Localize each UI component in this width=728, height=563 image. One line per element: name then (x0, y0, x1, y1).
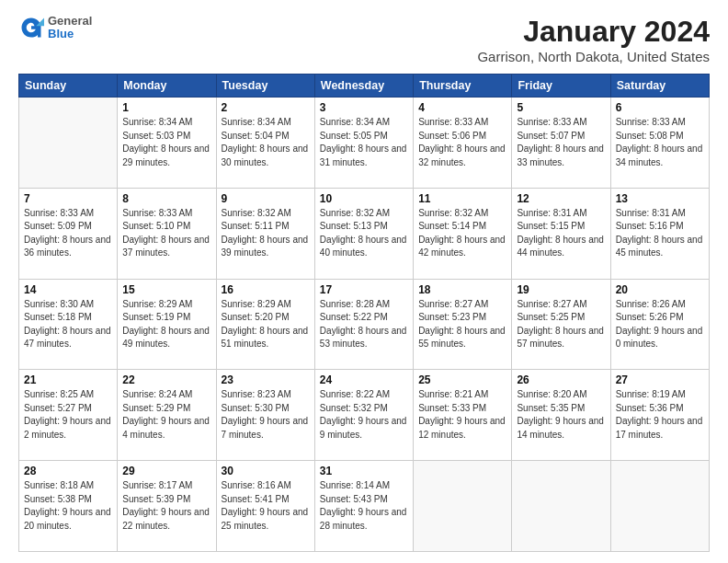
title-month: January 2024 (477, 15, 710, 49)
calendar-cell: 10Sunrise: 8:32 AMSunset: 5:13 PMDayligh… (314, 188, 413, 279)
day-info: Sunrise: 8:32 AMSunset: 5:11 PMDaylight:… (222, 207, 310, 260)
day-number: 21 (24, 373, 112, 386)
calendar-cell: 17Sunrise: 8:28 AMSunset: 5:22 PMDayligh… (314, 279, 413, 370)
calendar-cell: 31Sunrise: 8:14 AMSunset: 5:43 PMDayligh… (314, 461, 413, 552)
day-info: Sunrise: 8:31 AMSunset: 5:15 PMDaylight:… (517, 207, 605, 260)
day-number: 25 (418, 373, 506, 386)
calendar-cell: 6Sunrise: 8:33 AMSunset: 5:08 PMDaylight… (610, 98, 709, 189)
calendar-table: Sunday Monday Tuesday Wednesday Thursday… (18, 74, 710, 552)
col-tuesday: Tuesday (216, 75, 314, 98)
day-number: 2 (222, 101, 310, 114)
calendar-header-row: Sunday Monday Tuesday Wednesday Thursday… (19, 75, 710, 98)
day-number: 4 (418, 101, 506, 114)
title-block: January 2024 Garrison, North Dakota, Uni… (477, 15, 710, 64)
day-info: Sunrise: 8:29 AMSunset: 5:20 PMDaylight:… (222, 298, 310, 351)
day-number: 31 (320, 465, 408, 477)
calendar-cell: 5Sunrise: 8:33 AMSunset: 5:07 PMDaylight… (512, 98, 610, 189)
day-number: 20 (616, 283, 704, 296)
day-number: 24 (320, 373, 408, 386)
day-info: Sunrise: 8:32 AMSunset: 5:14 PMDaylight:… (418, 207, 506, 260)
day-number: 11 (418, 192, 506, 205)
calendar-cell: 4Sunrise: 8:33 AMSunset: 5:06 PMDaylight… (414, 98, 512, 189)
day-number: 30 (222, 465, 310, 477)
day-info: Sunrise: 8:20 AMSunset: 5:35 PMDaylight:… (517, 388, 605, 442)
day-info: Sunrise: 8:23 AMSunset: 5:30 PMDaylight:… (222, 388, 310, 442)
day-info: Sunrise: 8:27 AMSunset: 5:23 PMDaylight:… (418, 298, 506, 351)
calendar-cell: 11Sunrise: 8:32 AMSunset: 5:14 PMDayligh… (414, 188, 512, 279)
calendar-week-row: 14Sunrise: 8:30 AMSunset: 5:18 PMDayligh… (19, 279, 710, 370)
calendar-week-row: 21Sunrise: 8:25 AMSunset: 5:27 PMDayligh… (19, 370, 710, 461)
calendar-week-row: 1Sunrise: 8:34 AMSunset: 5:03 PMDaylight… (19, 98, 710, 189)
day-info: Sunrise: 8:33 AMSunset: 5:06 PMDaylight:… (418, 116, 506, 169)
day-number: 5 (517, 101, 605, 114)
day-info: Sunrise: 8:16 AMSunset: 5:41 PMDaylight:… (222, 479, 310, 533)
day-info: Sunrise: 8:28 AMSunset: 5:22 PMDaylight:… (320, 298, 408, 351)
day-info: Sunrise: 8:34 AMSunset: 5:03 PMDaylight:… (122, 116, 210, 169)
day-info: Sunrise: 8:33 AMSunset: 5:08 PMDaylight:… (616, 116, 704, 169)
calendar-cell: 1Sunrise: 8:34 AMSunset: 5:03 PMDaylight… (118, 98, 216, 189)
day-number: 1 (122, 101, 210, 114)
day-number: 14 (24, 283, 112, 296)
calendar-cell: 27Sunrise: 8:19 AMSunset: 5:36 PMDayligh… (610, 370, 709, 461)
day-number: 10 (320, 192, 408, 205)
calendar-cell: 25Sunrise: 8:21 AMSunset: 5:33 PMDayligh… (414, 370, 512, 461)
day-info: Sunrise: 8:24 AMSunset: 5:29 PMDaylight:… (122, 388, 210, 442)
day-info: Sunrise: 8:22 AMSunset: 5:32 PMDaylight:… (320, 388, 408, 442)
calendar-cell: 23Sunrise: 8:23 AMSunset: 5:30 PMDayligh… (216, 370, 314, 461)
day-info: Sunrise: 8:27 AMSunset: 5:25 PMDaylight:… (517, 298, 605, 351)
col-monday: Monday (118, 75, 216, 98)
day-info: Sunrise: 8:17 AMSunset: 5:39 PMDaylight:… (122, 479, 210, 533)
day-info: Sunrise: 8:31 AMSunset: 5:16 PMDaylight:… (616, 207, 704, 260)
calendar-cell: 13Sunrise: 8:31 AMSunset: 5:16 PMDayligh… (610, 188, 709, 279)
day-number: 26 (517, 373, 605, 386)
title-location: Garrison, North Dakota, United States (477, 49, 710, 64)
day-number: 17 (320, 283, 408, 296)
day-number: 28 (24, 465, 112, 477)
col-thursday: Thursday (414, 75, 512, 98)
day-info: Sunrise: 8:34 AMSunset: 5:04 PMDaylight:… (222, 116, 310, 169)
logo-general-text: General (48, 15, 92, 28)
day-info: Sunrise: 8:32 AMSunset: 5:13 PMDaylight:… (320, 207, 408, 260)
day-number: 13 (616, 192, 704, 205)
page: General Blue January 2024 Garrison, Nort… (0, 0, 728, 563)
calendar-cell: 8Sunrise: 8:33 AMSunset: 5:10 PMDaylight… (118, 188, 216, 279)
day-info: Sunrise: 8:19 AMSunset: 5:36 PMDaylight:… (616, 388, 704, 442)
calendar-cell: 14Sunrise: 8:30 AMSunset: 5:18 PMDayligh… (19, 279, 118, 370)
day-info: Sunrise: 8:33 AMSunset: 5:10 PMDaylight:… (122, 207, 210, 260)
calendar-cell: 29Sunrise: 8:17 AMSunset: 5:39 PMDayligh… (118, 461, 216, 552)
col-friday: Friday (512, 75, 610, 98)
calendar-week-row: 28Sunrise: 8:18 AMSunset: 5:38 PMDayligh… (19, 461, 710, 552)
calendar-week-row: 7Sunrise: 8:33 AMSunset: 5:09 PMDaylight… (19, 188, 710, 279)
day-info: Sunrise: 8:34 AMSunset: 5:05 PMDaylight:… (320, 116, 408, 169)
day-info: Sunrise: 8:26 AMSunset: 5:26 PMDaylight:… (616, 298, 704, 351)
day-number: 7 (24, 192, 112, 205)
calendar-cell (414, 461, 512, 552)
col-sunday: Sunday (19, 75, 118, 98)
day-number: 9 (222, 192, 310, 205)
day-number: 19 (517, 283, 605, 296)
calendar-cell: 2Sunrise: 8:34 AMSunset: 5:04 PMDaylight… (216, 98, 314, 189)
day-number: 6 (616, 101, 704, 114)
day-number: 27 (616, 373, 704, 386)
calendar-cell (610, 461, 709, 552)
calendar-cell: 9Sunrise: 8:32 AMSunset: 5:11 PMDaylight… (216, 188, 314, 279)
day-number: 3 (320, 101, 408, 114)
day-number: 15 (122, 283, 210, 296)
logo: General Blue (18, 15, 92, 41)
day-info: Sunrise: 8:33 AMSunset: 5:07 PMDaylight:… (517, 116, 605, 169)
calendar-cell: 21Sunrise: 8:25 AMSunset: 5:27 PMDayligh… (19, 370, 118, 461)
calendar-cell: 24Sunrise: 8:22 AMSunset: 5:32 PMDayligh… (314, 370, 413, 461)
day-info: Sunrise: 8:14 AMSunset: 5:43 PMDaylight:… (320, 479, 408, 533)
day-number: 23 (222, 373, 310, 386)
day-info: Sunrise: 8:29 AMSunset: 5:19 PMDaylight:… (122, 298, 210, 351)
calendar-cell: 12Sunrise: 8:31 AMSunset: 5:15 PMDayligh… (512, 188, 610, 279)
calendar-cell: 19Sunrise: 8:27 AMSunset: 5:25 PMDayligh… (512, 279, 610, 370)
calendar-cell: 3Sunrise: 8:34 AMSunset: 5:05 PMDaylight… (314, 98, 413, 189)
calendar-cell: 7Sunrise: 8:33 AMSunset: 5:09 PMDaylight… (19, 188, 118, 279)
col-wednesday: Wednesday (314, 75, 413, 98)
day-number: 16 (222, 283, 310, 296)
logo-blue-text: Blue (48, 28, 92, 40)
day-number: 12 (517, 192, 605, 205)
calendar-cell (512, 461, 610, 552)
day-number: 18 (418, 283, 506, 296)
